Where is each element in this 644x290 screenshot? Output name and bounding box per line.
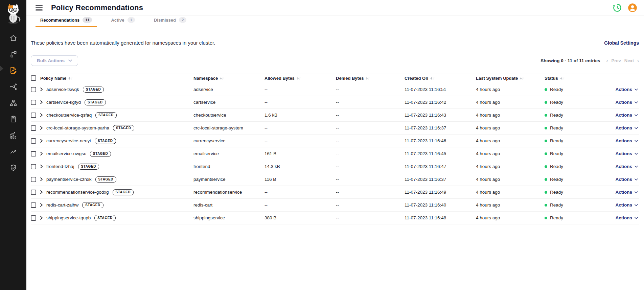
actions-button[interactable]: Actions <box>615 177 638 182</box>
status-text: Ready <box>550 87 563 92</box>
tab-active[interactable]: Active1 <box>106 17 139 27</box>
staged-badge: STAGED <box>95 176 117 183</box>
home-icon[interactable] <box>0 30 26 46</box>
topology-icon[interactable] <box>0 46 26 62</box>
last-update-cell: 4 hours ago <box>476 87 545 92</box>
expand-chevron-icon[interactable] <box>40 100 43 104</box>
expand-chevron-icon[interactable] <box>40 177 43 181</box>
row-checkbox[interactable] <box>31 215 36 221</box>
column-header-denied-bytes[interactable]: Denied Bytes <box>336 76 405 81</box>
actions-button[interactable]: Actions <box>615 190 638 195</box>
created-on-cell: 11-07-2023 11:16:37 <box>405 177 476 182</box>
last-update-cell: 4 hours ago <box>476 215 545 220</box>
status-text: Ready <box>550 215 563 220</box>
actions-button[interactable]: Actions <box>615 164 638 169</box>
tab-dismissed[interactable]: Dismissed2 <box>149 17 191 27</box>
allowed-bytes-cell: 116 B <box>264 177 336 182</box>
actions-button[interactable]: Actions <box>615 113 638 118</box>
denied-bytes-cell: -- <box>336 215 405 220</box>
sitemap-icon[interactable] <box>0 95 26 111</box>
chart-bars-icon[interactable] <box>0 127 26 143</box>
row-checkbox[interactable] <box>31 190 36 195</box>
global-settings-link[interactable]: Global Settings <box>604 40 639 46</box>
prev-chevron-icon[interactable]: ‹ <box>606 58 608 63</box>
expand-chevron-icon[interactable] <box>40 113 43 117</box>
expand-chevron-icon[interactable] <box>40 216 43 220</box>
tab-count-badge: 11 <box>83 17 92 23</box>
namespace-cell: recommendationservice <box>193 190 264 195</box>
column-header-last-system-update[interactable]: Last System Update <box>476 76 545 81</box>
expand-chevron-icon[interactable] <box>40 190 43 194</box>
staged-badge: STAGED <box>82 202 104 208</box>
staged-badge: STAGED <box>83 87 104 93</box>
expand-chevron-icon[interactable] <box>40 126 43 130</box>
menu-toggle-icon[interactable] <box>36 5 43 10</box>
row-checkbox[interactable] <box>31 177 36 182</box>
actions-button[interactable]: Actions <box>615 125 638 130</box>
column-header-namespace[interactable]: Namespace <box>193 76 264 81</box>
sort-icon <box>430 76 435 80</box>
namespace-cell: shippingservice <box>193 215 264 220</box>
staged-badge: STAGED <box>90 151 111 157</box>
expand-chevron-icon[interactable] <box>40 139 43 143</box>
policy-name: redis-cart-zaihw <box>46 202 78 208</box>
status-ready-dot <box>545 217 547 219</box>
actions-button[interactable]: Actions <box>615 100 638 105</box>
trending-up-icon[interactable] <box>0 143 26 160</box>
actions-button[interactable]: Actions <box>615 215 638 220</box>
row-checkbox[interactable] <box>31 125 36 131</box>
staged-badge: STAGED <box>113 125 134 131</box>
prev-button[interactable]: Prev <box>612 58 621 63</box>
row-checkbox[interactable] <box>31 100 36 105</box>
actions-button[interactable]: Actions <box>615 151 638 156</box>
column-header-created-on[interactable]: Created On <box>405 76 476 81</box>
next-chevron-icon[interactable]: › <box>637 58 639 63</box>
tab-recommendations[interactable]: Recommendations11 <box>36 17 97 27</box>
column-header-policy-name[interactable]: Policy Name <box>40 76 193 81</box>
row-checkbox[interactable] <box>31 164 36 169</box>
sort-icon <box>560 76 565 80</box>
policy-name: frontend-tzhaj <box>46 164 74 169</box>
created-on-cell: 11-07-2023 11:16:42 <box>405 100 476 105</box>
table-row: redis-cart-zaihw STAGED redis-cart -- --… <box>31 199 639 212</box>
clipboard-icon[interactable] <box>0 111 26 127</box>
shield-check-icon[interactable] <box>0 160 26 176</box>
table-row: cartservice-kgfyd STAGED cartservice -- … <box>31 96 639 109</box>
table-row: recommendationservice-godxg STAGED recom… <box>31 186 639 199</box>
cat-mascot-logo[interactable] <box>4 3 23 25</box>
actions-button[interactable]: Actions <box>615 87 638 92</box>
share-nodes-icon[interactable] <box>0 78 26 95</box>
row-checkbox[interactable] <box>31 138 36 144</box>
actions-button[interactable]: Actions <box>615 138 638 143</box>
user-avatar-icon[interactable] <box>628 3 637 13</box>
allowed-bytes-cell: -- <box>264 202 336 208</box>
row-checkbox[interactable] <box>31 151 36 156</box>
created-on-cell: 11-07-2023 11:16:48 <box>405 215 476 220</box>
namespace-cell: checkoutservice <box>193 113 264 118</box>
expand-chevron-icon[interactable] <box>40 88 43 91</box>
select-all-checkbox[interactable] <box>31 75 36 81</box>
expand-chevron-icon[interactable] <box>40 152 43 155</box>
policy-edit-icon[interactable] <box>0 62 26 78</box>
namespace-cell: emailservice <box>193 151 264 156</box>
expand-chevron-icon[interactable] <box>40 203 43 207</box>
denied-bytes-cell: -- <box>336 113 405 118</box>
row-checkbox[interactable] <box>31 87 36 92</box>
row-checkbox[interactable] <box>31 113 36 118</box>
table-row: currencyservice-neuyt STAGED currencyser… <box>31 135 639 147</box>
bulk-actions-button[interactable]: Bulk Actions <box>31 55 78 66</box>
namespace-cell: adservice <box>193 87 264 92</box>
table-row: emailservice-owgsc STAGED emailservice 1… <box>31 147 639 160</box>
top-header: Policy Recommendations <box>26 0 644 16</box>
denied-bytes-cell: -- <box>336 100 405 105</box>
column-header-allowed-bytes[interactable]: Allowed Bytes <box>264 76 336 81</box>
next-button[interactable]: Next <box>624 58 634 63</box>
actions-button[interactable]: Actions <box>615 202 638 208</box>
status-ready-dot <box>545 165 547 168</box>
denied-bytes-cell: -- <box>336 125 405 130</box>
column-header-status[interactable]: Status <box>545 76 602 81</box>
expand-chevron-icon[interactable] <box>40 165 43 168</box>
history-icon[interactable] <box>613 3 622 13</box>
row-checkbox[interactable] <box>31 202 36 208</box>
status-ready-dot <box>545 178 547 181</box>
